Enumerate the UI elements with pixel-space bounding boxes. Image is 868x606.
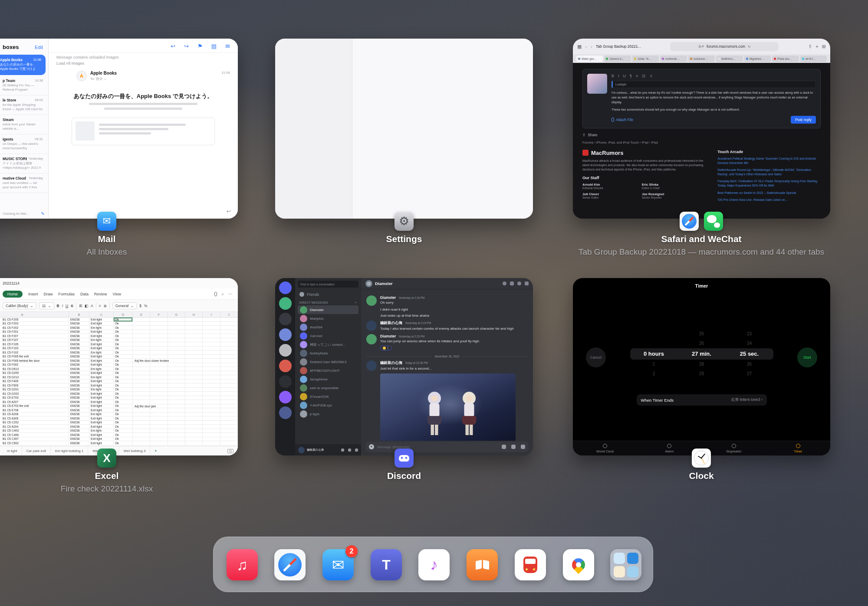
article-link: SwitchArcade Round-Up: 'Wobbledogs', 'Ul… [717,168,821,177]
dm-avatar [300,306,307,314]
window-tab-title: Tab Group Backup 20221... [596,44,641,49]
favicon [718,58,720,60]
app-card-clock[interactable]: Timer 0 hours12 252627 min.2829 232425 s… [573,278,830,455]
chat-message: 穢銀装の心海 Yesterday at 2:19 PM Today I also… [366,321,528,331]
cell-location: B1 C5 F202 [0,326,69,330]
mail-item-time: 11:06 [33,58,41,62]
bold-icon: B [57,304,59,308]
app-card-excel[interactable]: 20221114 HomeInsertDrawFormulasDataRevie… [0,278,238,455]
cell-type: Exit light [89,380,114,384]
mail-item-preview: estria from your Steam wishlist is… http… [3,122,43,131]
dm-item: Carl-bot [298,331,358,340]
favicon [746,58,748,60]
recipient-line: To: 自分 ⌄ [90,76,117,81]
discord-app-icon[interactable] [395,449,414,468]
excel-app-icon[interactable]: X [97,449,116,468]
cell-status: Ok [114,318,133,322]
chat-message: Diamster Yesterday at 2:16 PM Oh sorry [366,295,528,306]
card-title: Excel [95,471,119,481]
cell-ref: EM236 [69,363,89,367]
cell-ref: EM236 [69,371,89,376]
sheet-row: B1 C5 F103 EM236 Exit light Ok [0,347,238,351]
books-app-icon[interactable] [467,549,498,580]
microsoft-teams-app-icon[interactable]: T [371,549,402,580]
cell-type: Exit light [89,425,114,429]
article-link: Freeplay Alert: 'Civilization VI' DLC Pa… [717,179,821,188]
cell-status: Ok [114,429,133,433]
sheet-row: B1 C5 D213 EM236 Em light Ok [0,375,238,380]
friends-nav-item: Friends [298,291,358,298]
google-maps-app-icon[interactable] [563,549,594,580]
message-avatar [366,295,377,306]
dm-at-icon: @ [365,280,372,287]
cell-status: Ok [114,433,133,437]
music-note-app-icon[interactable]: ♪ [418,549,450,580]
percent-icon: % [144,304,148,308]
sheet-row: B1 C5 F005 fire exit EM236 Exit light Ok [0,355,238,359]
cell-location: B1 C5 F102 [0,350,69,355]
mail-item-sender: reative Cloud [3,176,26,180]
cell-status: Ok [114,416,133,421]
cell-ref: EM236 [69,342,89,347]
site-about-text: MacRumors attracts a broad audience of b… [582,159,706,172]
unread-badge: 2 [345,545,358,557]
cell-ref: EM236 [69,334,89,338]
when-timer-ends-row: When Timer Ends 紅茶 letters tone3 › [637,394,767,406]
cell-ref: EM236 [69,326,89,330]
cell-status: Ok [114,322,133,326]
mini-app-icon [614,566,625,577]
cell-location: B1 C5 F509 [0,383,69,388]
cell-status: Ok [114,388,133,392]
app-label-excel: X Excel Fire check 20221114.xlsx [0,449,237,494]
mini-app-icon [627,566,638,577]
mail-app-icon[interactable]: ✉ [97,212,116,231]
timer-title: Timer [573,283,830,288]
attach-file-button: Attach File [612,118,633,122]
cell-ref: EM236 [69,380,89,384]
safari-app-icon[interactable] [274,549,306,580]
cell-type: Exit light [89,433,114,437]
cell-location: B1 C5 F005 fire exit [0,355,69,359]
cell-ref: EM236 [69,318,89,322]
sheet-row: B1 C5 F005 behind fire door EM236 Exit l… [0,359,238,363]
safari-app-icon[interactable] [680,212,699,231]
article-link: 'OS Pre-Orders Now Live, Release Date Li… [717,198,821,202]
cell-note: Adj fire door jam [135,404,156,409]
message-timestamp: Yesterday at 2:16 PM [398,296,424,299]
cell-type: Exit light [89,392,114,396]
apps-folder-icon[interactable] [610,549,641,580]
mail-item-preview: for the Apple Shopping Event — Apple Gif… [3,103,43,112]
cell-location: B1 C5 D209 [0,371,69,376]
borders-icon: ⊞ [79,304,82,308]
browser-tab: MultiVers… [716,56,743,62]
workbook-title: 20221114 [0,278,238,288]
mail-item-time: Yesterday [29,157,43,161]
share-icon: ⇧ [808,44,812,49]
media-icon: ⊡ [642,74,645,78]
sheet-row: B1 C5 F203 EM236 Exit light Ok [0,322,238,326]
music-app-icon[interactable]: ♫ [227,549,258,580]
mail-item-sender: Steam [3,118,14,122]
mail-item-preview: on Disqus — this week's most buzzworthy … [3,142,43,151]
mail-app-icon[interactable]: ✉ 2 [322,549,354,580]
hours-wheel: 0 hours12 [630,329,678,379]
cell-type: Em light [89,429,114,433]
browser-tab: lockstone… [688,56,715,62]
cell-ref: EM236 [69,367,89,371]
app-card-mail[interactable]: boxes Edit Apple Books 11:06 あなたの好みの一冊を、… [0,39,238,219]
app-card-safari-wechat[interactable]: ▦ ‹ › Tab Group Backup 20221... あA forum… [573,39,830,219]
cell-status: Ok [114,359,133,363]
browser-tab: Migraines… [744,56,771,62]
clock-app-icon[interactable] [692,449,711,468]
share-row: ⇧Share [582,133,821,137]
wechat-app-icon[interactable] [704,212,723,231]
dm-section-label: DIRECT MESSAGES [299,301,328,304]
cell-location: B1 C5 D213 [0,375,69,380]
app-card-discord[interactable]: Find or start a conversation Friends DIR… [275,278,533,455]
message-text: Today I also learned certain combo of en… [380,326,514,331]
dm-item: Y.AGP208.xyz [298,401,358,409]
settings-app-icon[interactable]: ⚙ [395,212,414,231]
sheet-row: B1 C5 C502 EM236 Exit light Ok [0,441,238,445]
app-card-settings[interactable] [275,39,533,219]
transit-app-icon[interactable] [515,549,546,580]
